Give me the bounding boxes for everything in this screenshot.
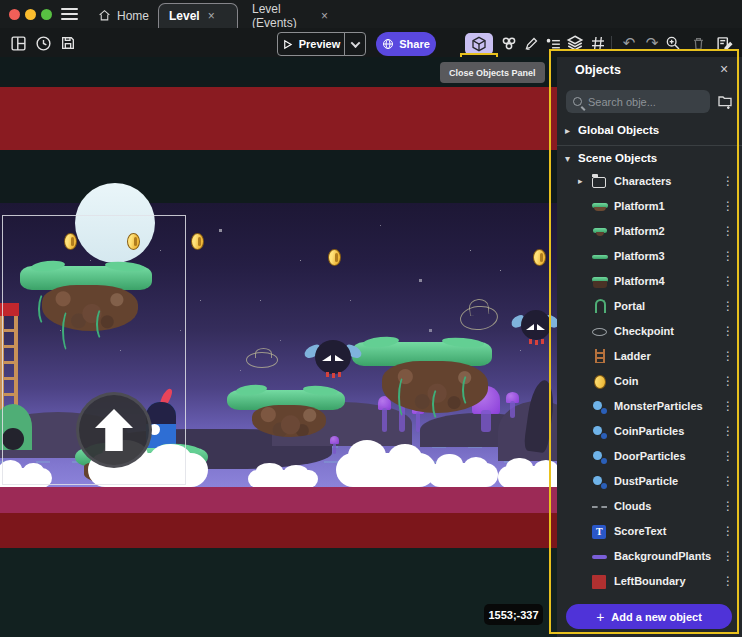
tab-close-icon[interactable]: ×: [321, 9, 328, 23]
object-thumbnail-icon: [595, 299, 606, 313]
preview-button[interactable]: Preview: [277, 32, 345, 56]
tab-close-icon[interactable]: ×: [208, 9, 215, 23]
cloud-instance[interactable]: [336, 453, 436, 487]
object-row-Ladder[interactable]: Ladder ⋮: [557, 345, 742, 370]
version-history-button[interactable]: [33, 33, 53, 53]
layers-button[interactable]: [565, 33, 585, 53]
object-menu-icon[interactable]: ⋮: [722, 524, 734, 538]
edit-objects-button[interactable]: [714, 33, 734, 53]
object-name-label: MonsterParticles: [614, 400, 703, 412]
grid-button[interactable]: [588, 33, 608, 53]
object-menu-icon[interactable]: ⋮: [722, 299, 734, 313]
add-folder-button[interactable]: [717, 93, 733, 113]
scene-editor-canvas[interactable]: 1553;-337: [0, 57, 557, 637]
object-menu-icon[interactable]: ⋮: [722, 349, 734, 363]
window-zoom-button[interactable]: [41, 9, 52, 20]
chevron-down-icon[interactable]: ▾: [565, 153, 570, 164]
object-menu-icon[interactable]: ⋮: [722, 499, 734, 513]
object-row-Platform3[interactable]: Platform3 ⋮: [557, 245, 742, 270]
object-row-DustParticle[interactable]: DustParticle ⋮: [557, 470, 742, 495]
preview-options-button[interactable]: [344, 32, 366, 56]
object-menu-icon[interactable]: ⋮: [722, 424, 734, 438]
toggle-panels-button[interactable]: [8, 33, 28, 53]
object-row-Coin[interactable]: Coin ⋮: [557, 370, 742, 395]
camera-bounds: [2, 215, 186, 485]
object-row-Clouds[interactable]: Clouds ⋮: [557, 495, 742, 520]
add-new-object-label: Add a new object: [611, 611, 701, 623]
object-thumbnail-icon: [592, 328, 607, 336]
object-menu-icon[interactable]: ⋮: [722, 274, 734, 288]
window-close-button[interactable]: [9, 9, 20, 20]
preview-label: Preview: [299, 38, 341, 50]
object-thumbnail-icon: [592, 249, 608, 265]
panel-divider: [557, 145, 742, 146]
object-row-DoorParticles[interactable]: DoorParticles ⋮: [557, 445, 742, 470]
object-row-LeftBoundary[interactable]: LeftBoundary ⋮: [557, 570, 742, 595]
object-list: ▸ Characters ⋮ Platform1 ⋮ Platform2 ⋮ P…: [557, 170, 742, 595]
object-row-Platform4[interactable]: Platform4 ⋮: [557, 270, 742, 295]
tab-home[interactable]: Home: [88, 3, 154, 28]
object-row-Checkpoint[interactable]: Checkpoint ⋮: [557, 320, 742, 345]
coin-instance[interactable]: [328, 249, 341, 266]
object-groups-button[interactable]: [499, 33, 519, 53]
object-row-Platform2[interactable]: Platform2 ⋮: [557, 220, 742, 245]
edit-scene-properties-button[interactable]: [521, 33, 541, 53]
object-menu-icon[interactable]: ⋮: [722, 549, 734, 563]
group-global-objects[interactable]: ▸ Global Objects: [557, 121, 742, 143]
zoom-button[interactable]: [663, 33, 683, 53]
object-menu-icon[interactable]: ⋮: [722, 174, 734, 188]
coin-instance[interactable]: [191, 233, 204, 250]
monster-instance[interactable]: [514, 310, 556, 342]
object-menu-icon[interactable]: ⋮: [722, 249, 734, 263]
object-menu-icon[interactable]: ⋮: [722, 324, 734, 338]
delete-button[interactable]: [688, 33, 708, 53]
coin-instance[interactable]: [533, 249, 546, 266]
object-row-Characters[interactable]: ▸ Characters ⋮: [557, 170, 742, 195]
share-label: Share: [399, 38, 430, 50]
object-row-ScoreText[interactable]: ScoreText ⋮: [557, 520, 742, 545]
objects-panel-toggle-button[interactable]: [465, 33, 493, 55]
main-menu-icon[interactable]: [61, 8, 78, 21]
tab-level-events[interactable]: Level (Events) ×: [242, 3, 338, 28]
instances-list-button[interactable]: [543, 33, 563, 53]
object-name-label: Clouds: [614, 500, 651, 512]
chevron-right-icon[interactable]: ▸: [565, 125, 570, 136]
object-menu-icon[interactable]: ⋮: [722, 224, 734, 238]
top-boundary-instance[interactable]: [0, 87, 557, 150]
tooltip: Close Objects Panel: [440, 62, 545, 83]
search-input[interactable]: [588, 96, 703, 108]
object-menu-icon[interactable]: ⋮: [722, 574, 734, 588]
object-menu-icon[interactable]: ⋮: [722, 374, 734, 388]
cloud-instance[interactable]: [428, 463, 498, 487]
add-new-object-button[interactable]: + Add a new object: [566, 604, 732, 629]
tab-level-active[interactable]: Level ×: [158, 3, 238, 28]
redo-icon: ↷: [646, 34, 659, 52]
save-button[interactable]: [58, 33, 78, 53]
object-row-Portal[interactable]: Portal ⋮: [557, 295, 742, 320]
cloud-instance[interactable]: [498, 466, 557, 488]
object-menu-icon[interactable]: ⋮: [722, 449, 734, 463]
group-label: Global Objects: [578, 124, 659, 136]
monster-instance[interactable]: [306, 338, 360, 376]
undo-button[interactable]: ↶: [619, 33, 639, 53]
object-thumbnail-icon: [595, 349, 605, 363]
close-icon[interactable]: ×: [715, 60, 733, 78]
object-name-label: DoorParticles: [614, 450, 686, 462]
object-row-MonsterParticles[interactable]: MonsterParticles ⋮: [557, 395, 742, 420]
object-search-box[interactable]: [566, 90, 710, 113]
window-minimize-button[interactable]: [25, 9, 36, 20]
bottom-boundary-instance[interactable]: [0, 513, 557, 548]
object-menu-icon[interactable]: ⋮: [722, 199, 734, 213]
redo-button[interactable]: ↷: [642, 33, 662, 53]
tab-level-events-label: Level (Events): [252, 2, 313, 30]
object-name-label: LeftBoundary: [614, 575, 686, 587]
object-menu-icon[interactable]: ⋮: [722, 474, 734, 488]
group-scene-objects[interactable]: ▾ Scene Objects: [557, 149, 742, 171]
object-row-Platform1[interactable]: Platform1 ⋮: [557, 195, 742, 220]
instances-list-icon: [545, 35, 562, 52]
cloud-instance[interactable]: [248, 470, 318, 488]
object-menu-icon[interactable]: ⋮: [722, 399, 734, 413]
object-row-BackgroundPlants[interactable]: BackgroundPlants ⋮: [557, 545, 742, 570]
share-button[interactable]: Share: [376, 32, 436, 56]
object-row-CoinParticles[interactable]: CoinParticles ⋮: [557, 420, 742, 445]
